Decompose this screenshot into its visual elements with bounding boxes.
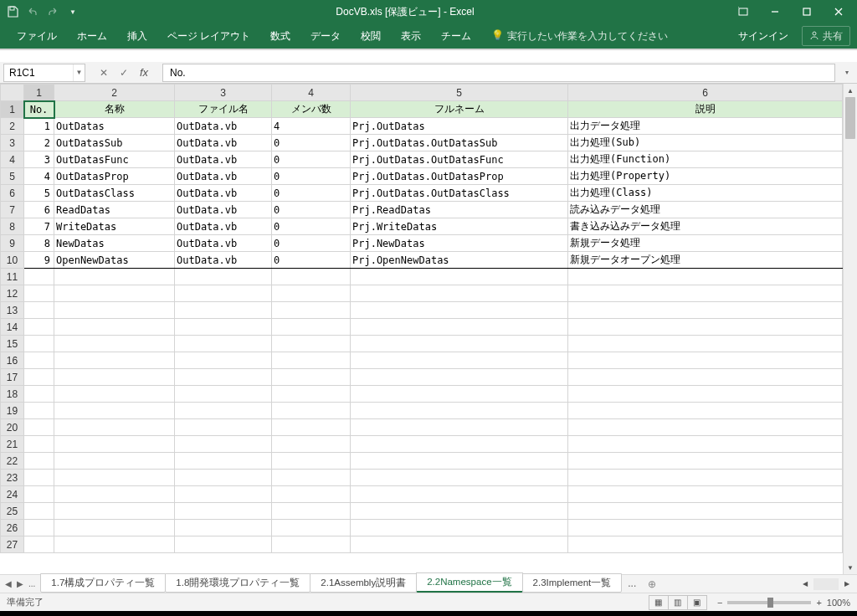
cell[interactable]: 出力処理(Function): [568, 151, 843, 168]
cell[interactable]: [272, 352, 351, 369]
cell[interactable]: [351, 453, 568, 470]
cell[interactable]: [272, 285, 351, 302]
cell[interactable]: [568, 352, 843, 369]
cell[interactable]: 4: [272, 118, 351, 135]
cell[interactable]: 0: [272, 235, 351, 252]
cell[interactable]: [568, 269, 843, 285]
cell[interactable]: Prj.ReadDatas: [351, 202, 568, 218]
cell[interactable]: [54, 302, 175, 319]
cell[interactable]: OutDatasSub: [54, 135, 175, 151]
row-header[interactable]: 6: [1, 185, 24, 202]
cell[interactable]: [272, 486, 351, 503]
cell[interactable]: [175, 503, 272, 520]
cell[interactable]: Prj.OutDatas.OutDatasClass: [351, 185, 568, 202]
cell[interactable]: 0: [272, 135, 351, 151]
cell[interactable]: [54, 352, 175, 369]
cell[interactable]: No.: [24, 101, 54, 118]
tab-nav-next-icon[interactable]: ▶: [17, 579, 23, 588]
cell[interactable]: [175, 520, 272, 536]
signin-link[interactable]: サインイン: [728, 23, 798, 49]
cell[interactable]: [24, 486, 54, 503]
cell[interactable]: [54, 536, 175, 553]
cell[interactable]: [54, 369, 175, 386]
cell[interactable]: [24, 269, 54, 285]
col-header[interactable]: 6: [568, 85, 843, 101]
scroll-thumb[interactable]: [845, 97, 855, 139]
cell[interactable]: [175, 486, 272, 503]
cell[interactable]: Prj.OutDatas.OutDatasProp: [351, 168, 568, 185]
cell[interactable]: [351, 503, 568, 520]
cell[interactable]: OutDatas: [54, 118, 175, 135]
row-header[interactable]: 5: [1, 168, 24, 185]
cell[interactable]: [54, 520, 175, 536]
cell[interactable]: [175, 436, 272, 453]
cell[interactable]: 1: [24, 118, 54, 135]
row-header[interactable]: 4: [1, 151, 24, 168]
cell[interactable]: [272, 319, 351, 336]
row-header[interactable]: 23: [1, 470, 24, 486]
cell[interactable]: [272, 336, 351, 352]
ribbon-display-icon[interactable]: [728, 2, 758, 22]
cell[interactable]: [351, 352, 568, 369]
hscroll-right-icon[interactable]: ▶: [840, 578, 854, 591]
cell[interactable]: OutDatasFunc: [54, 151, 175, 168]
cell[interactable]: [54, 285, 175, 302]
cell[interactable]: ファイル名: [175, 101, 272, 118]
cell[interactable]: [568, 453, 843, 470]
new-sheet-button[interactable]: ⊕: [643, 575, 661, 593]
cell[interactable]: Prj.OutDatas.OutDatasSub: [351, 135, 568, 151]
cell[interactable]: [272, 470, 351, 486]
cell[interactable]: 新規データオープン処理: [568, 252, 843, 269]
cell[interactable]: 9: [24, 252, 54, 269]
cell[interactable]: [175, 369, 272, 386]
cell[interactable]: [24, 536, 54, 553]
tab-insert[interactable]: 挿入: [117, 23, 157, 49]
cell[interactable]: Prj.NewDatas: [351, 235, 568, 252]
zoom-level[interactable]: 100%: [827, 598, 850, 608]
cell[interactable]: [175, 352, 272, 369]
cell[interactable]: 6: [24, 202, 54, 218]
zoom-in-button[interactable]: +: [816, 598, 821, 608]
row-header[interactable]: 7: [1, 202, 24, 218]
cell[interactable]: [24, 436, 54, 453]
cell[interactable]: 0: [272, 252, 351, 269]
cell[interactable]: 5: [24, 185, 54, 202]
row-header[interactable]: 17: [1, 369, 24, 386]
cell[interactable]: 説明: [568, 101, 843, 118]
cell[interactable]: [568, 503, 843, 520]
cell[interactable]: [568, 470, 843, 486]
maximize-button[interactable]: [792, 2, 822, 22]
cell[interactable]: NewDatas: [54, 235, 175, 252]
tab-view[interactable]: 表示: [391, 23, 431, 49]
cell[interactable]: OutData.vb: [175, 135, 272, 151]
cell[interactable]: [24, 319, 54, 336]
cell[interactable]: [272, 436, 351, 453]
row-header[interactable]: 8: [1, 218, 24, 235]
cell[interactable]: [24, 386, 54, 403]
cell[interactable]: [175, 536, 272, 553]
cell[interactable]: [54, 503, 175, 520]
name-box[interactable]: [4, 64, 73, 81]
cell[interactable]: [175, 269, 272, 285]
cell[interactable]: [351, 336, 568, 352]
cell[interactable]: 0: [272, 168, 351, 185]
cell[interactable]: 0: [272, 202, 351, 218]
cell[interactable]: [24, 302, 54, 319]
row-header[interactable]: 9: [1, 235, 24, 252]
cell[interactable]: ReadDatas: [54, 202, 175, 218]
row-header[interactable]: 3: [1, 135, 24, 151]
cell[interactable]: [568, 336, 843, 352]
cell[interactable]: [175, 403, 272, 419]
row-header[interactable]: 13: [1, 302, 24, 319]
cell[interactable]: OutDatasProp: [54, 168, 175, 185]
close-button[interactable]: [824, 2, 854, 22]
cell[interactable]: [272, 403, 351, 419]
cell[interactable]: [175, 336, 272, 352]
tab-formulas[interactable]: 数式: [260, 23, 300, 49]
cell[interactable]: [54, 470, 175, 486]
undo-icon[interactable]: [23, 3, 42, 21]
cell[interactable]: [24, 453, 54, 470]
cell[interactable]: [568, 319, 843, 336]
cell[interactable]: [24, 503, 54, 520]
col-header[interactable]: 4: [272, 85, 351, 101]
